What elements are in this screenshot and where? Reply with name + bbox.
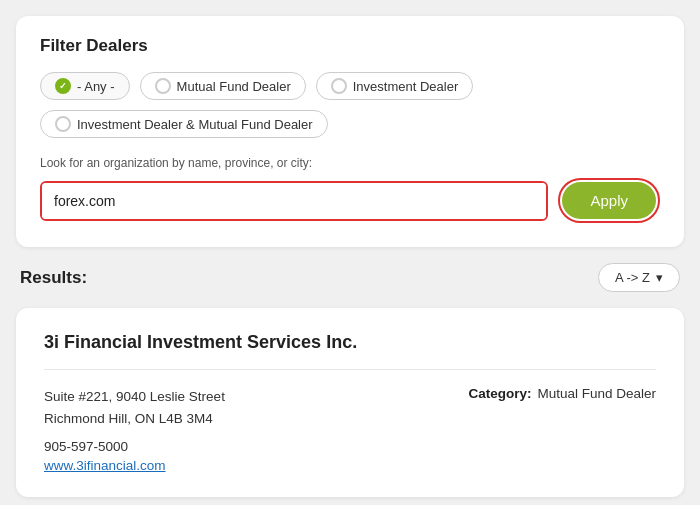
radio-group: - Any - Mutual Fund Dealer Investment De… (40, 72, 660, 138)
filter-title: Filter Dealers (40, 36, 660, 56)
search-input[interactable] (42, 183, 546, 219)
results-header: Results: A -> Z ▾ (16, 263, 684, 292)
search-label: Look for an organization by name, provin… (40, 156, 660, 170)
radio-label-mutual: Mutual Fund Dealer (177, 79, 291, 94)
result-card: 3i Financial Investment Services Inc. Su… (16, 308, 684, 497)
address-block: Suite #221, 9040 Leslie Street Richmond … (44, 386, 428, 473)
page-container: Filter Dealers - Any - Mutual Fund Deale… (16, 16, 684, 497)
radio-label-both: Investment Dealer & Mutual Fund Dealer (77, 117, 313, 132)
apply-btn-wrapper: Apply (558, 178, 660, 223)
radio-dot-both (55, 116, 71, 132)
radio-option-both[interactable]: Investment Dealer & Mutual Fund Dealer (40, 110, 328, 138)
address-line1: Suite #221, 9040 Leslie Street (44, 386, 428, 408)
radio-dot-investment (331, 78, 347, 94)
sort-button[interactable]: A -> Z ▾ (598, 263, 680, 292)
sort-chevron-icon: ▾ (656, 270, 663, 285)
category-value: Mutual Fund Dealer (537, 386, 656, 401)
result-details: Suite #221, 9040 Leslie Street Richmond … (44, 386, 656, 473)
search-input-wrapper (40, 181, 548, 221)
address-line2: Richmond Hill, ON L4B 3M4 (44, 408, 428, 430)
results-label: Results: (20, 268, 87, 288)
radio-option-investment[interactable]: Investment Dealer (316, 72, 474, 100)
sort-label: A -> Z (615, 270, 650, 285)
website-link[interactable]: www.3ifinancial.com (44, 458, 428, 473)
radio-label-investment: Investment Dealer (353, 79, 459, 94)
radio-dot-mutual (155, 78, 171, 94)
search-row: Apply (40, 178, 660, 223)
result-name: 3i Financial Investment Services Inc. (44, 332, 656, 370)
category-label: Category: (468, 386, 531, 401)
radio-option-any[interactable]: - Any - (40, 72, 130, 100)
filter-card: Filter Dealers - Any - Mutual Fund Deale… (16, 16, 684, 247)
radio-dot-any (55, 78, 71, 94)
radio-option-mutual[interactable]: Mutual Fund Dealer (140, 72, 306, 100)
category-block: Category: Mutual Fund Dealer (468, 386, 656, 473)
phone: 905-597-5000 (44, 439, 428, 454)
radio-label-any: - Any - (77, 79, 115, 94)
apply-button[interactable]: Apply (562, 182, 656, 219)
